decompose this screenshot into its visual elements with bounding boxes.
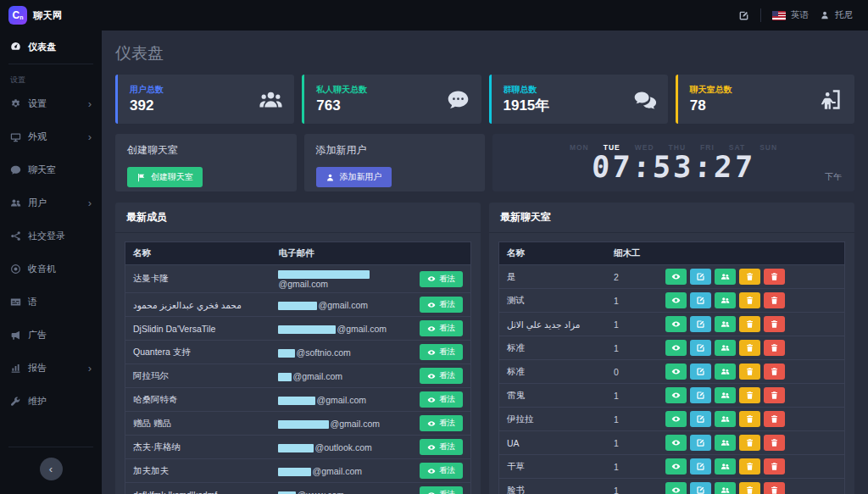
table-row: 标准 1 — [499, 336, 845, 360]
delete-button[interactable] — [764, 435, 785, 451]
panel-title: 最新聊天室 — [489, 203, 854, 233]
clear-button[interactable] — [739, 458, 760, 475]
table-row: 加夫加夫 @gmail.com 看法 — [125, 459, 471, 483]
sidebar-item-appearance[interactable]: 外观 › — [0, 120, 102, 153]
edit-button[interactable] — [690, 292, 711, 308]
monitor-icon — [10, 131, 21, 142]
clear-button[interactable] — [739, 269, 760, 285]
delete-button[interactable] — [764, 411, 785, 427]
view-button[interactable]: 看法 — [420, 415, 463, 431]
sidebar-item-social-login[interactable]: 社交登录 — [0, 219, 102, 253]
clear-button[interactable] — [739, 411, 760, 427]
table-row: 测试 1 — [499, 289, 845, 313]
members-button[interactable] — [715, 292, 736, 308]
view-button[interactable] — [665, 482, 687, 494]
create-room-button[interactable]: 创建聊天室 — [127, 167, 203, 187]
edit-button[interactable] — [690, 458, 711, 475]
sidebar-item-language[interactable]: 语 — [0, 286, 102, 319]
clear-button[interactable] — [739, 364, 760, 380]
brand[interactable]: Cn 聊天网 — [0, 0, 102, 31]
trash-icon — [770, 391, 779, 400]
delete-button[interactable] — [764, 364, 785, 380]
view-button[interactable]: 看法 — [420, 391, 463, 408]
sidebar-item-ads[interactable]: 广告 — [0, 319, 102, 352]
members-button[interactable] — [715, 435, 736, 451]
edit-button[interactable] — [690, 411, 711, 427]
members-button[interactable] — [715, 411, 736, 427]
view-button[interactable]: 看法 — [420, 463, 463, 479]
delete-button[interactable] — [764, 269, 785, 285]
view-button[interactable]: 看法 — [420, 271, 463, 287]
sidebar-item-users[interactable]: 用户 › — [0, 186, 102, 219]
clear-button[interactable] — [739, 340, 760, 356]
compose-icon[interactable] — [738, 10, 749, 21]
column-header-name: 名称 — [125, 242, 271, 265]
view-button[interactable]: 看法 — [420, 297, 463, 313]
trash-icon — [770, 343, 779, 352]
table-row: 阿拉玛尔 @gmail.com 看法 — [125, 364, 471, 388]
edit-button[interactable] — [690, 364, 711, 380]
bar-chart-icon — [10, 363, 21, 374]
view-button[interactable] — [665, 269, 687, 285]
members-button[interactable] — [715, 387, 736, 403]
sidebar-item-radio[interactable]: 收音机 — [0, 253, 102, 286]
view-button[interactable] — [665, 435, 687, 451]
language-icon — [10, 297, 21, 308]
sidebar: Cn 聊天网 仪表盘 设置 设置 › 外观 › 聊天室 — [0, 0, 102, 494]
view-button[interactable] — [665, 411, 687, 427]
view-button[interactable]: 看法 — [420, 439, 463, 455]
sidebar-item-chatroom[interactable]: 聊天室 — [0, 153, 102, 186]
sidebar-item-reports[interactable]: 报告 › — [0, 352, 102, 385]
chat-pair-icon — [633, 88, 656, 111]
add-user-button[interactable]: 添加新用户 — [316, 167, 392, 187]
view-button[interactable] — [665, 364, 687, 380]
members-button[interactable] — [715, 340, 736, 356]
view-button[interactable]: 看法 — [420, 486, 463, 494]
edit-button[interactable] — [690, 435, 711, 451]
delete-button[interactable] — [764, 482, 785, 494]
trash-icon — [745, 391, 754, 400]
edit-button[interactable] — [690, 340, 711, 356]
email-redaction — [278, 349, 295, 358]
clear-button[interactable] — [739, 387, 760, 403]
view-button[interactable] — [665, 340, 687, 356]
trash-icon — [745, 343, 754, 352]
user-menu[interactable]: 托尼 — [820, 9, 853, 21]
delete-button[interactable] — [764, 387, 785, 403]
members-button[interactable] — [715, 482, 736, 494]
clear-button[interactable] — [739, 435, 760, 451]
delete-button[interactable] — [764, 458, 785, 475]
members-button[interactable] — [715, 316, 736, 332]
view-button[interactable] — [665, 387, 687, 403]
room-name: مزاد جديد علي الاثل — [499, 313, 606, 336]
language-selector[interactable]: 英语 — [772, 9, 809, 21]
members-button[interactable] — [715, 269, 736, 285]
sidebar-item-settings[interactable]: 设置 › — [0, 87, 102, 120]
room-name: 伊拉拉 — [499, 408, 606, 431]
clear-button[interactable] — [739, 316, 760, 332]
view-button[interactable]: 看法 — [420, 344, 463, 360]
edit-button[interactable] — [690, 316, 711, 332]
view-button[interactable] — [665, 316, 687, 332]
edit-button[interactable] — [690, 269, 711, 285]
members-button[interactable] — [715, 458, 736, 475]
sidebar-item-maintenance[interactable]: 维护 — [0, 385, 102, 418]
clear-button[interactable] — [739, 292, 760, 308]
eye-icon — [671, 414, 681, 424]
delete-button[interactable] — [764, 340, 785, 356]
view-button[interactable]: 看法 — [420, 320, 463, 336]
view-button[interactable]: 看法 — [420, 368, 463, 384]
sidebar-item-dashboard[interactable]: 仪表盘 — [0, 31, 102, 64]
stat-value: 1915年 — [504, 98, 550, 114]
delete-button[interactable] — [764, 316, 785, 332]
view-button[interactable] — [665, 458, 687, 475]
edit-button[interactable] — [690, 387, 711, 403]
view-button[interactable] — [665, 292, 687, 308]
room-name: 雷鬼 — [499, 384, 606, 408]
members-button[interactable] — [715, 364, 736, 380]
clear-button[interactable] — [739, 482, 760, 494]
sidebar-collapse-button[interactable]: ‹ — [40, 458, 63, 480]
edit-button[interactable] — [690, 482, 711, 494]
table-row: Quantera 支持 @softnio.com 看法 — [125, 341, 471, 364]
delete-button[interactable] — [764, 292, 785, 308]
